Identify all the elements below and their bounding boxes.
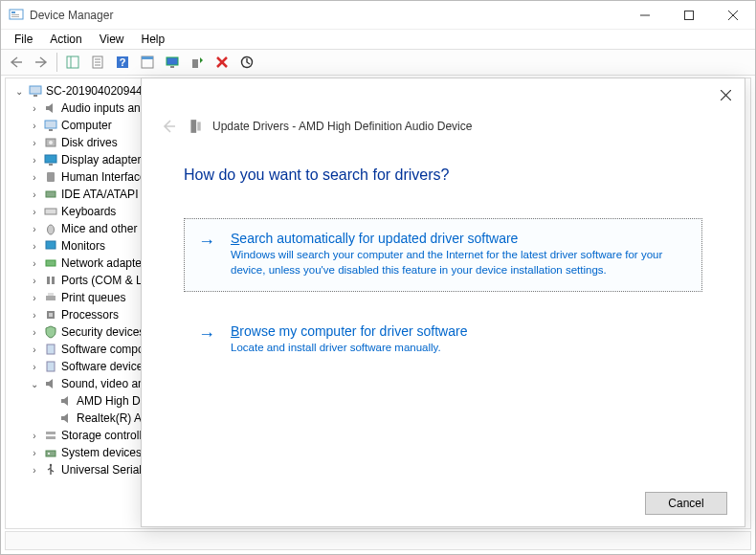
option-text: Browse my computer for driver software L… (231, 323, 688, 356)
expand-icon[interactable]: › (29, 172, 40, 183)
expand-icon[interactable]: › (29, 465, 40, 476)
option-title: Search automatically for updated driver … (231, 231, 688, 246)
menu-view[interactable]: View (92, 31, 132, 48)
arrow-right-icon (34, 56, 48, 68)
expand-icon[interactable]: › (29, 431, 40, 441)
expand-icon[interactable]: › (29, 121, 40, 131)
arrow-right-icon: → (198, 325, 219, 356)
tree-label: Display adapters (61, 153, 146, 166)
cancel-button[interactable]: Cancel (645, 492, 727, 515)
svg-point-29 (49, 141, 53, 144)
maximize-icon (684, 11, 694, 20)
device-category-icon (43, 152, 58, 167)
option-desc: Windows will search your computer and th… (231, 248, 688, 278)
menubar: File Action View Help (1, 30, 755, 49)
svg-rect-33 (46, 191, 56, 197)
svg-rect-38 (46, 260, 56, 266)
svg-rect-24 (30, 86, 41, 94)
update-driver-icon (190, 56, 204, 69)
window-controls (623, 1, 755, 30)
svg-rect-5 (685, 11, 694, 19)
svg-text:?: ? (120, 56, 126, 68)
close-icon (721, 90, 731, 100)
device-manager-window: Device Manager File Action View Help ? (0, 0, 756, 555)
expand-icon[interactable]: › (29, 293, 40, 303)
option-search-automatically[interactable]: → Search automatically for updated drive… (184, 218, 702, 292)
device-category-icon (43, 273, 58, 288)
svg-rect-19 (170, 66, 174, 68)
expand-icon[interactable]: › (29, 276, 40, 286)
device-category-icon (43, 238, 58, 254)
device-category-icon (43, 187, 58, 202)
maximize-button[interactable] (667, 1, 711, 30)
tree-label: Keyboards (61, 205, 116, 218)
device-category-icon (43, 445, 58, 460)
scan-hardware-button[interactable] (161, 52, 184, 73)
titlebar: Device Manager (1, 1, 755, 30)
expand-icon[interactable]: › (29, 224, 40, 234)
dialog-question: How do you want to search for drivers? (184, 166, 702, 184)
help-button[interactable]: ? (111, 52, 134, 73)
tree-label: Software devices (61, 360, 148, 373)
device-icon (188, 119, 203, 134)
show-hide-tree-button[interactable] (61, 52, 84, 73)
arrow-left-icon (10, 56, 23, 68)
collapse-icon[interactable]: ⌄ (29, 379, 40, 389)
device-category-icon (43, 342, 58, 357)
uninstall-button[interactable] (211, 52, 233, 73)
tree-label: Computer (61, 119, 112, 132)
close-icon (728, 11, 738, 20)
device-category-icon (43, 307, 58, 322)
device-category-icon (43, 100, 58, 116)
device-category-icon (43, 169, 58, 185)
expand-icon[interactable]: › (29, 362, 40, 372)
expand-icon[interactable]: › (29, 241, 40, 252)
dialog-back-button[interactable] (159, 117, 178, 136)
menu-action[interactable]: Action (42, 31, 89, 48)
expand-icon[interactable]: › (29, 155, 40, 166)
tree-label: Monitors (61, 239, 105, 253)
expand-icon[interactable]: › (29, 207, 40, 217)
option-browse-computer[interactable]: → Browse my computer for driver software… (184, 311, 702, 370)
tree-label: System devices (61, 446, 142, 459)
svg-rect-45 (47, 344, 55, 354)
svg-rect-55 (197, 122, 200, 130)
action-button[interactable] (136, 52, 159, 73)
minimize-button[interactable] (623, 1, 667, 30)
disable-button[interactable] (235, 52, 258, 73)
device-category-icon (43, 462, 58, 477)
menu-file[interactable]: File (7, 31, 40, 48)
properties-button[interactable] (86, 52, 109, 73)
toolbar: ? (1, 49, 755, 76)
collapse-icon[interactable]: ⌄ (13, 86, 25, 97)
expand-icon[interactable]: › (29, 344, 40, 355)
svg-rect-42 (48, 293, 54, 296)
svg-rect-44 (49, 313, 53, 317)
expand-icon[interactable]: › (29, 189, 40, 200)
tree-label: Print queues (61, 291, 125, 304)
back-button[interactable] (5, 52, 28, 73)
expand-icon[interactable]: › (29, 258, 40, 269)
update-driver-button[interactable] (186, 52, 209, 73)
dialog-body: How do you want to search for drivers? →… (142, 149, 745, 370)
update-driver-dialog: Update Drivers - AMD High Definition Aud… (141, 78, 745, 527)
expand-icon[interactable]: › (29, 448, 40, 458)
device-category-icon (43, 204, 58, 219)
svg-rect-46 (47, 362, 55, 371)
expand-icon[interactable]: › (29, 103, 40, 114)
svg-rect-18 (167, 57, 178, 65)
svg-rect-31 (49, 164, 53, 166)
dialog-close-button[interactable] (706, 78, 745, 111)
expand-icon[interactable]: › (29, 310, 40, 321)
svg-point-50 (48, 453, 50, 455)
menu-help[interactable]: Help (134, 31, 173, 48)
close-button[interactable] (711, 1, 755, 30)
svg-rect-25 (33, 95, 37, 97)
device-manager-icon (9, 8, 24, 23)
option-desc: Locate and install driver software manua… (231, 341, 688, 356)
svg-rect-48 (46, 436, 56, 439)
expand-icon[interactable]: › (29, 327, 40, 338)
properties-icon (91, 56, 104, 69)
expand-icon[interactable]: › (29, 138, 40, 148)
forward-button[interactable] (30, 52, 53, 73)
